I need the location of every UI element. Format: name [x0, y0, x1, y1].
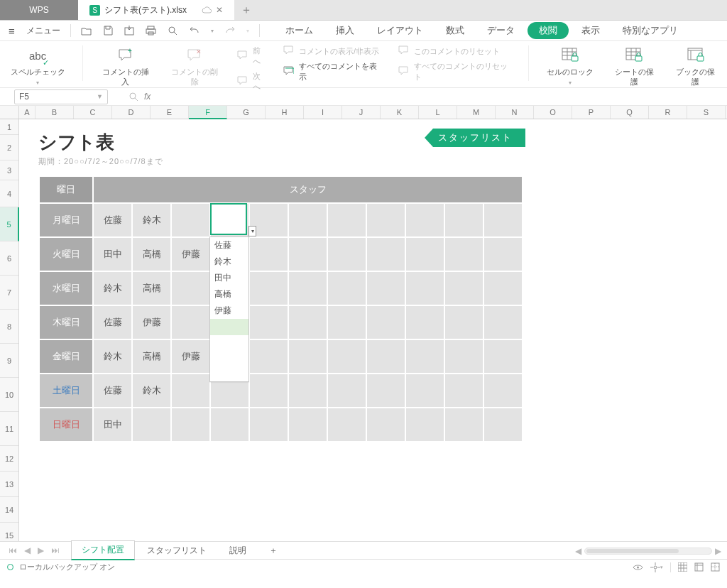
- cell-r6-c8[interactable]: [406, 408, 444, 441]
- row-header-8[interactable]: 8: [0, 310, 18, 344]
- menu-button[interactable]: メニュー: [22, 23, 65, 38]
- col-header-C[interactable]: C: [74, 106, 112, 119]
- row-header-9[interactable]: 9: [0, 344, 18, 378]
- comment-showall-button[interactable]: すべてのコメントを表示: [283, 61, 383, 82]
- fx-icon[interactable]: fx: [144, 92, 151, 102]
- sheet-protect-button[interactable]: シートの保護: [611, 45, 657, 87]
- print-icon[interactable]: [141, 24, 160, 37]
- row-header-14[interactable]: 14: [0, 497, 18, 523]
- cell-r2-c5[interactable]: [289, 272, 327, 305]
- cell-r4-c8[interactable]: [406, 340, 444, 373]
- center-icon[interactable]: ▾: [650, 562, 663, 572]
- cell-r6-c2[interactable]: [172, 408, 209, 441]
- tab-review[interactable]: 校閲: [528, 22, 569, 39]
- cell-r2-c1[interactable]: 高橋: [133, 272, 170, 305]
- sheet-nav-last[interactable]: ⏭: [48, 545, 62, 555]
- cell-r2-c8[interactable]: [406, 272, 444, 305]
- cell-r2-c7[interactable]: [367, 272, 405, 305]
- cell-r3-c5[interactable]: [289, 306, 327, 339]
- cell-r5-c8[interactable]: [406, 374, 444, 407]
- cell-r6-c10[interactable]: [484, 408, 522, 441]
- view-page-icon[interactable]: [694, 562, 704, 572]
- col-header-R[interactable]: R: [649, 106, 687, 119]
- cell-r1-c9[interactable]: [445, 238, 483, 271]
- cell-r1-c8[interactable]: [406, 238, 444, 271]
- sheet-tab-2[interactable]: 説明: [219, 541, 257, 560]
- view-custom-icon[interactable]: [711, 562, 720, 572]
- cell-r2-c2[interactable]: [172, 272, 209, 305]
- row-header-15[interactable]: 15: [0, 523, 18, 541]
- cell-r4-c2[interactable]: 伊藤: [172, 340, 209, 373]
- cell-r0-c0[interactable]: 佐藤: [94, 204, 131, 236]
- dropdown-option-2[interactable]: 田中: [210, 270, 248, 286]
- sheet-nav-prev[interactable]: ◀: [21, 545, 33, 555]
- cell-r5-c5[interactable]: [289, 374, 327, 407]
- select-all-corner[interactable]: [0, 106, 19, 119]
- cell-r4-c1[interactable]: 高橋: [133, 340, 170, 373]
- col-header-E[interactable]: E: [151, 106, 189, 119]
- cell-r6-c4[interactable]: [250, 408, 288, 441]
- app-tab[interactable]: WPS: [0, 0, 78, 20]
- cell-r4-c6[interactable]: [328, 340, 366, 373]
- col-header-G[interactable]: G: [227, 106, 266, 119]
- row-header-4[interactable]: 4: [0, 180, 18, 207]
- formula-input[interactable]: [153, 89, 727, 104]
- undo-icon[interactable]: [185, 25, 204, 36]
- redo-icon[interactable]: [221, 25, 239, 36]
- cell-r4-c10[interactable]: [484, 340, 522, 373]
- tab-home[interactable]: ホーム: [275, 24, 323, 37]
- scroll-left-icon[interactable]: ◀: [575, 546, 581, 556]
- eye-icon[interactable]: [633, 564, 643, 571]
- dropdown-option-blank[interactable]: [210, 319, 248, 335]
- cell-r0-c5[interactable]: [289, 204, 327, 236]
- book-protect-button[interactable]: ブックの保護: [672, 45, 718, 87]
- cell-r5-c0[interactable]: 佐藤: [94, 374, 131, 407]
- cell-r3-c4[interactable]: [250, 306, 288, 339]
- cell-r3-c1[interactable]: 伊藤: [133, 306, 170, 339]
- sheet-nav-first[interactable]: ⏮: [6, 545, 20, 555]
- cancel-edit-icon[interactable]: [129, 92, 138, 102]
- row-header-11[interactable]: 11: [0, 412, 18, 446]
- cell-r1-c7[interactable]: [367, 238, 405, 271]
- row-header-1[interactable]: 1: [0, 119, 18, 135]
- tab-insert[interactable]: 挿入: [326, 24, 364, 37]
- open-icon[interactable]: [77, 25, 96, 37]
- row-header-5[interactable]: 5: [0, 207, 19, 241]
- cell-r5-c10[interactable]: [484, 374, 522, 407]
- new-tab-button[interactable]: ＋: [234, 0, 258, 20]
- dropdown-handle[interactable]: ▾: [248, 226, 256, 236]
- cell-r6-c3[interactable]: [211, 408, 248, 441]
- redo-dropdown[interactable]: ▾: [242, 26, 253, 36]
- col-header-O[interactable]: O: [534, 106, 572, 119]
- cell-r4-c4[interactable]: [250, 340, 288, 373]
- col-header-F[interactable]: F: [189, 106, 227, 119]
- col-header-Q[interactable]: Q: [611, 106, 649, 119]
- col-header-D[interactable]: D: [112, 106, 151, 119]
- col-header-S[interactable]: S: [687, 106, 726, 119]
- row-header-2[interactable]: 2: [0, 135, 18, 160]
- row-header-12[interactable]: 12: [0, 446, 18, 472]
- cell-r4-c0[interactable]: 鈴木: [94, 340, 131, 373]
- cell-r4-c5[interactable]: [289, 340, 327, 373]
- cell-r3-c0[interactable]: 佐藤: [94, 306, 131, 339]
- cell-r1-c5[interactable]: [289, 238, 327, 271]
- dropdown-option-3[interactable]: 高橋: [210, 286, 248, 303]
- cell-r4-c7[interactable]: [367, 340, 405, 373]
- cell-r0-c1[interactable]: 鈴木: [133, 204, 170, 236]
- row-header-7[interactable]: 7: [0, 276, 18, 310]
- name-box[interactable]: F5 ▼: [14, 89, 108, 104]
- tab-formula[interactable]: 数式: [436, 24, 474, 37]
- validation-dropdown[interactable]: 佐藤鈴木田中高橋伊藤: [209, 236, 249, 382]
- undo-dropdown[interactable]: ▾: [207, 26, 218, 36]
- cell-r0-c7[interactable]: [367, 204, 405, 236]
- col-header-I[interactable]: I: [304, 106, 342, 119]
- col-header-K[interactable]: K: [381, 106, 419, 119]
- cell-r6-c5[interactable]: [289, 408, 327, 441]
- cell-r1-c6[interactable]: [328, 238, 366, 271]
- cell-r4-c9[interactable]: [445, 340, 483, 373]
- cell-r6-c7[interactable]: [367, 408, 405, 441]
- chevron-down-icon[interactable]: ▼: [97, 93, 103, 100]
- comment-insert-button[interactable]: + コメントの挿入: [99, 45, 152, 87]
- cell-r0-c10[interactable]: [484, 204, 522, 236]
- cell-r0-c2[interactable]: [172, 204, 209, 236]
